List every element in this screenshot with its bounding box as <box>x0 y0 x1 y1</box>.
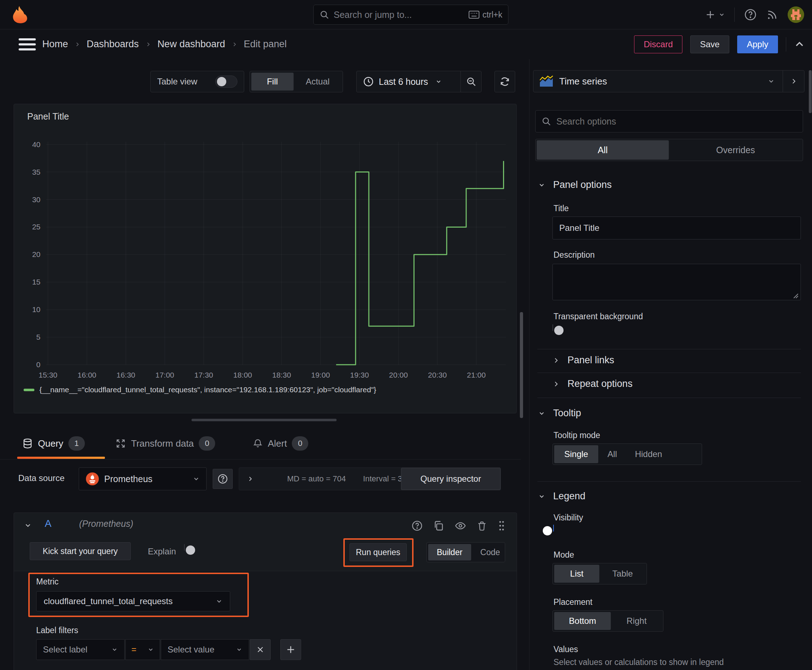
tooltip-single-option[interactable]: Single <box>554 445 598 463</box>
help-button[interactable] <box>744 8 757 21</box>
remove-filter-button[interactable] <box>250 639 271 660</box>
time-range-picker[interactable]: Last 6 hours <box>357 71 460 92</box>
delete-query-icon[interactable] <box>476 520 487 531</box>
expand-options-icon[interactable] <box>239 475 261 482</box>
datasource-help-button[interactable] <box>213 469 233 489</box>
collapse-options-icon[interactable] <box>794 39 805 50</box>
discard-button[interactable]: Discard <box>634 36 682 53</box>
panel-title-input[interactable] <box>553 217 801 239</box>
drag-query-handle-icon[interactable] <box>497 520 506 531</box>
breadcrumb-new-dashboard[interactable]: New dashboard <box>158 39 225 50</box>
tooltip-all-option[interactable]: All <box>599 445 626 463</box>
builder-code-switch: Builder Code <box>426 542 505 562</box>
legend-placement-switch: Bottom Right <box>553 610 663 632</box>
description-textarea[interactable] <box>553 264 801 300</box>
chevron-down-icon <box>215 598 223 605</box>
legend-placement-bottom[interactable]: Bottom <box>554 612 611 630</box>
panel-links-title: Panel links <box>568 355 614 366</box>
section-divider <box>537 349 801 349</box>
search-input[interactable] <box>334 10 469 20</box>
run-queries-button[interactable]: Run queries <box>349 543 407 561</box>
query-ref-id[interactable]: A <box>45 518 52 530</box>
metric-value: cloudflared_tunnel_total_requests <box>44 596 173 606</box>
pane-resize-handle[interactable] <box>192 419 337 421</box>
help-circle-icon <box>217 474 228 484</box>
query-options-bar[interactable]: MD = auto = 704 Interval = 30s Query ins… <box>239 467 501 490</box>
legend-visibility-toggle[interactable] <box>553 524 554 531</box>
duplicate-query-icon[interactable] <box>433 520 444 531</box>
breadcrumb-dashboards[interactable]: Dashboards <box>86 39 139 50</box>
page-scrollbar[interactable] <box>809 70 812 113</box>
chevron-down-icon <box>236 646 242 653</box>
title-field-label: Title <box>554 204 569 213</box>
tooltip-hidden-option[interactable]: Hidden <box>626 445 671 463</box>
news-feed-icon[interactable] <box>766 8 778 21</box>
repeat-options-section-header[interactable]: Repeat options <box>553 378 632 389</box>
query-inspector-button[interactable]: Query inspector <box>401 468 500 490</box>
panel-links-section-header[interactable]: Panel links <box>553 355 614 366</box>
textarea-resize-icon[interactable] <box>792 293 799 299</box>
options-search-input[interactable] <box>556 116 797 127</box>
explain-toggle[interactable] <box>184 544 185 551</box>
hide-query-icon[interactable] <box>454 520 466 531</box>
tooltip-section-header[interactable]: Tooltip <box>538 408 581 419</box>
time-series-chart[interactable]: 051015202530354015:3016:0016:3017:0017:3… <box>14 104 517 414</box>
panel-options-section-header[interactable]: Panel options <box>538 179 612 190</box>
left-pane-scrollbar[interactable] <box>520 312 523 418</box>
legend-section-header[interactable]: Legend <box>538 491 585 502</box>
transparent-bg-toggle[interactable] <box>553 324 553 331</box>
datasource-picker[interactable]: Prometheus <box>79 467 207 490</box>
svg-text:0: 0 <box>36 360 41 369</box>
tab-query[interactable]: Query 1 <box>22 428 85 459</box>
svg-text:30: 30 <box>32 195 41 204</box>
kick-start-query-button[interactable]: Kick start your query <box>30 542 131 560</box>
fill-option[interactable]: Fill <box>251 73 293 91</box>
builder-option[interactable]: Builder <box>428 544 471 560</box>
close-icon <box>256 645 265 654</box>
chevron-down-icon <box>193 475 200 482</box>
menu-toggle-icon[interactable] <box>19 37 36 52</box>
save-button[interactable]: Save <box>690 36 729 53</box>
table-view-toggle[interactable] <box>215 76 237 88</box>
tab-query-label: Query <box>38 438 63 449</box>
tab-transform-data[interactable]: Transform data 0 <box>115 428 215 459</box>
toggle-viz-picker-button[interactable] <box>783 71 804 92</box>
actual-option[interactable]: Actual <box>294 73 341 91</box>
label-filter-key-select[interactable]: Select label <box>36 639 125 660</box>
label-filter-value-select[interactable]: Select value <box>161 639 249 660</box>
zoom-out-button[interactable] <box>460 71 481 92</box>
svg-text:10: 10 <box>32 305 41 313</box>
svg-text:5: 5 <box>36 333 41 341</box>
tab-all[interactable]: All <box>537 140 669 160</box>
legend-mode-table[interactable]: Table <box>600 565 645 583</box>
datasource-value: Prometheus <box>104 474 153 484</box>
tooltip-title: Tooltip <box>553 408 581 419</box>
legend-mode-list[interactable]: List <box>554 565 599 583</box>
code-option[interactable]: Code <box>472 544 509 560</box>
query-help-icon[interactable] <box>411 520 423 531</box>
svg-text:16:30: 16:30 <box>116 371 135 379</box>
user-avatar[interactable] <box>788 7 804 23</box>
grafana-logo-icon[interactable] <box>11 6 29 24</box>
new-menu-button[interactable] <box>705 9 725 20</box>
breadcrumb-home[interactable]: Home <box>42 39 68 50</box>
tooltip-mode-switch: Single All Hidden <box>553 443 702 465</box>
collapse-query-icon[interactable] <box>24 521 32 530</box>
refresh-button[interactable] <box>495 71 515 92</box>
query-datasource-hint: (Prometheus) <box>79 519 133 529</box>
series-label[interactable]: {__name__="cloudflared_tunnel_total_requ… <box>39 386 376 394</box>
visualization-picker[interactable]: Time series <box>534 71 783 92</box>
all-overrides-tabs: All Overrides <box>535 139 803 161</box>
panel-title: Panel Title <box>27 111 69 122</box>
label-filter-operator-select[interactable]: = <box>125 639 160 660</box>
metric-select[interactable]: cloudflared_tunnel_total_requests <box>36 591 230 611</box>
query-actions <box>411 520 506 531</box>
tab-alert[interactable]: Alert 0 <box>253 428 308 459</box>
legend-placement-right[interactable]: Right <box>612 612 662 630</box>
add-filter-button[interactable] <box>280 639 301 660</box>
topbar-actions <box>705 0 804 29</box>
panel-options-title: Panel options <box>553 179 612 190</box>
svg-text:15: 15 <box>32 278 41 286</box>
apply-button[interactable]: Apply <box>737 36 778 53</box>
tab-overrides[interactable]: Overrides <box>670 140 802 160</box>
